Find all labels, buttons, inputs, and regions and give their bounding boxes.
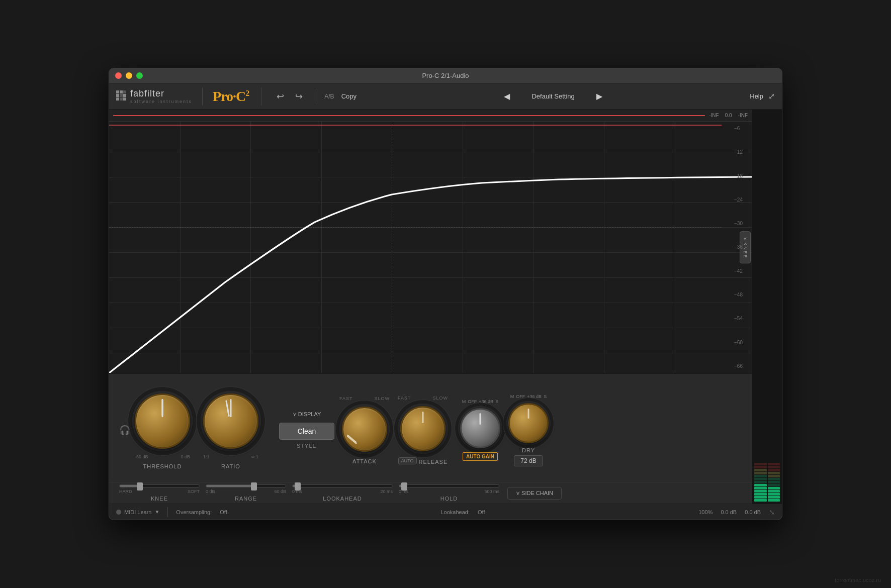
knee-slider-label: KNEE xyxy=(151,496,168,502)
release-group: FAST SLOW AUTO RELEASE xyxy=(398,396,448,465)
gain-knob-outer xyxy=(458,406,502,450)
range-slider-group: 0 dB 60 dB RANGE xyxy=(206,484,286,502)
auto-gain-label[interactable]: AUTO GAIN xyxy=(463,452,498,461)
minimize-button[interactable] xyxy=(126,72,132,79)
vu-bar-right xyxy=(768,112,780,502)
watermark: torrentmac.ucoz.ru xyxy=(835,577,881,583)
dry-value: 72 dB xyxy=(514,455,543,466)
lookahead-slider-group: 0 ms 20 ms LOOKAHEAD xyxy=(292,484,393,502)
attack-knob-outer xyxy=(339,404,390,454)
hold-slider-label: HOLD xyxy=(440,496,458,502)
ratio-label: RATIO xyxy=(221,463,240,469)
header-bar: fabfilter software instruments Pro·C2 ↩ … xyxy=(109,83,782,110)
range-slider-track[interactable] xyxy=(206,484,286,487)
ab-label: A/B xyxy=(324,93,334,100)
vu-bar-left xyxy=(754,112,767,502)
dry-knob-outer xyxy=(506,401,551,445)
lookahead-value[interactable]: Off xyxy=(478,509,485,515)
midi-learn-group: MIDI Learn ▼ xyxy=(116,509,159,515)
gain-value-1: 0.0 dB xyxy=(721,509,737,515)
top-meter-strip: -INF 0.0 -INF xyxy=(109,110,752,122)
midi-learn-label: MIDI Learn xyxy=(124,509,151,515)
ratio-knob[interactable] xyxy=(203,394,258,449)
copy-button[interactable]: Copy xyxy=(341,92,357,100)
display-area: -INF 0.0 -INF xyxy=(109,110,752,504)
vu-bars-container xyxy=(752,110,782,504)
ratio-knob-outer xyxy=(201,391,261,451)
lookahead-slider-track[interactable] xyxy=(292,484,393,487)
gain-value-2: 0.0 dB xyxy=(745,509,761,515)
preset-prev-button[interactable]: ◀ xyxy=(504,91,510,101)
compression-graph[interactable]: « KNEE −6 −12 −18 −24 −30 −36 −42 −48 −5… xyxy=(109,122,752,373)
knee-slider-track[interactable] xyxy=(119,484,200,487)
display-toggle-button[interactable]: ⋎ DISPLAY xyxy=(293,411,321,418)
auto-badge[interactable]: AUTO xyxy=(398,457,417,464)
main-knobs-row: 🎧 -60 dB 0 dB THRESHOLD xyxy=(109,374,752,482)
knee-label: KNEE xyxy=(743,242,748,259)
headphone-button[interactable]: 🎧 xyxy=(119,425,130,436)
release-knob[interactable] xyxy=(400,406,446,451)
threshold-knob[interactable] xyxy=(135,394,190,449)
dry-label: DRY xyxy=(522,447,535,453)
midi-dropdown-button[interactable]: ▼ xyxy=(154,509,159,515)
zero-label: 0.0 xyxy=(725,113,732,118)
status-bar: MIDI Learn ▼ Oversampling: Off Lookahead… xyxy=(109,504,782,520)
product-logo: Pro·C2 xyxy=(213,88,249,105)
brand-name: fabfilter xyxy=(130,88,192,99)
window-title: Pro-C 2/1-Audio xyxy=(422,72,469,79)
window-controls xyxy=(115,72,143,79)
gain-knob[interactable] xyxy=(460,408,500,448)
style-section: ⋎ DISPLAY Clean STYLE xyxy=(279,411,334,449)
sliders-row: HARD SOFT KNEE 0 dB 60 dB xyxy=(109,482,752,504)
gain-section: M OFF +36 dB S AUTO GAIN xyxy=(458,399,502,461)
threshold-label: THRESHOLD xyxy=(143,463,182,469)
attack-label: ATTACK xyxy=(352,458,377,464)
zoom-value: 100% xyxy=(698,509,712,515)
oversampling-label: Oversampling: xyxy=(176,509,212,515)
maximize-button[interactable] xyxy=(136,72,143,79)
dry-section: M OFF +36 dB S DRY 72 dB xyxy=(506,394,551,466)
threshold-knob-outer xyxy=(132,391,193,451)
undo-button[interactable]: ↩ xyxy=(274,89,287,104)
lookahead-slider-label: LOOKAHEAD xyxy=(323,496,362,502)
brand-sub: software instruments xyxy=(130,99,192,104)
vu-meter xyxy=(752,110,782,504)
release-label: RELEASE xyxy=(419,459,448,465)
threshold-group: -60 dB 0 dB THRESHOLD xyxy=(132,391,193,469)
release-knob-outer xyxy=(398,404,448,454)
style-button[interactable]: Clean xyxy=(279,423,334,440)
inf-label: -INF xyxy=(709,113,719,118)
ratio-group: 1:1 ∞:1 RATIO xyxy=(201,391,261,469)
range-slider-label: RANGE xyxy=(235,496,257,502)
controls-area: 🎧 -60 dB 0 dB THRESHOLD xyxy=(109,373,752,504)
preset-navigation: ◀ Default Setting ▶ xyxy=(362,91,745,101)
hold-slider-track[interactable] xyxy=(399,484,499,487)
oversampling-value[interactable]: Off xyxy=(220,509,227,515)
preset-next-button[interactable]: ▶ xyxy=(596,91,602,101)
db-scale: −6 −12 −18 −24 −30 −36 −42 −48 −54 −60 −… xyxy=(734,122,743,373)
resize-button[interactable]: ⤡ xyxy=(769,508,775,516)
midi-indicator xyxy=(116,510,121,515)
title-bar: Pro-C 2/1-Audio xyxy=(109,68,782,83)
dry-knob[interactable] xyxy=(508,403,549,443)
preset-name: Default Setting xyxy=(513,92,593,100)
style-label: STYLE xyxy=(297,443,317,449)
inf-label2: -INF xyxy=(738,113,748,118)
lookahead-label: Lookahead: xyxy=(441,509,470,515)
hold-slider-group: 0 ms 500 ms HOLD xyxy=(399,484,499,502)
compression-curve xyxy=(109,122,752,373)
attack-group: FAST SLOW ATTACK xyxy=(339,396,390,464)
redo-button[interactable]: ↪ xyxy=(292,89,306,104)
knee-slider-group: HARD SOFT KNEE xyxy=(119,484,200,502)
close-button[interactable] xyxy=(115,72,122,79)
help-button[interactable]: Help xyxy=(750,92,763,100)
plugin-window: Pro-C 2/1-Audio fabfilter software instr… xyxy=(109,68,782,520)
attack-knob[interactable] xyxy=(342,407,387,452)
sidechain-button[interactable]: ⋎ SIDE CHAIN xyxy=(507,487,562,500)
expand-button[interactable]: ⤢ xyxy=(768,91,775,101)
main-content: -INF 0.0 -INF xyxy=(109,110,782,504)
